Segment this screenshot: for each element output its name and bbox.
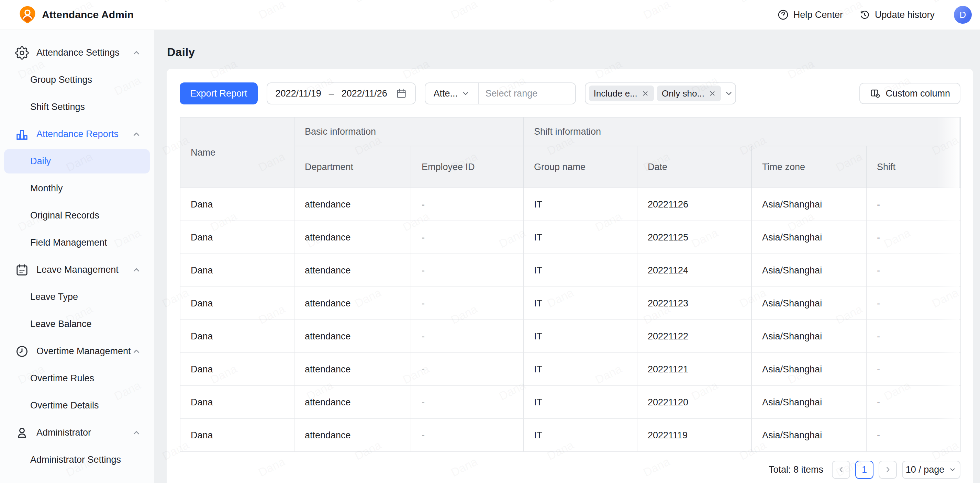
table-cell: - — [866, 419, 961, 452]
sidebar-item-attendance-settings[interactable]: Attendance Settings — [0, 39, 154, 66]
range-select-placeholder: Select range — [485, 88, 538, 99]
table-cell: - — [866, 221, 961, 254]
filter-tag-label: Only sho... — [662, 88, 705, 99]
app-title: Attendance Admin — [42, 9, 134, 21]
page-number-button[interactable]: 1 — [855, 461, 873, 479]
sidebar-item-field-management[interactable]: Field Management — [0, 229, 154, 256]
attendance-table-wrap: Name Basic information Shift information… — [180, 117, 961, 452]
gear-icon — [15, 46, 29, 60]
table-cell: IT — [523, 188, 637, 221]
table-cell: IT — [523, 386, 637, 419]
table-row: Danaattendance-IT20221119Asia/Shanghai- — [180, 419, 961, 452]
chevron-up-icon — [131, 428, 142, 438]
table-cell: Dana — [180, 287, 294, 320]
column-header-department: Department — [294, 146, 411, 188]
page-title: Daily — [167, 45, 195, 59]
watermark-text: Dana — [978, 57, 980, 82]
chevron-up-icon — [131, 48, 142, 58]
previous-page-button[interactable] — [832, 461, 850, 479]
sidebar-item-original-records[interactable]: Original Records — [0, 202, 154, 229]
table-cell: - — [411, 221, 523, 254]
table-cell: Dana — [180, 353, 294, 386]
sidebar-item-label: Monthly — [30, 183, 63, 194]
column-header-name: Name — [180, 117, 294, 188]
sidebar-item-leave-type[interactable]: Leave Type — [0, 283, 154, 311]
export-report-button[interactable]: Export Report — [180, 83, 258, 105]
column-header-shift: Shift — [866, 146, 961, 188]
custom-column-button[interactable]: Custom column — [859, 83, 961, 104]
sidebar-item-label: Leave Type — [30, 292, 78, 302]
update-history-button[interactable]: Update history — [859, 9, 935, 21]
table-cell: 20221121 — [637, 353, 751, 386]
app-brand: Attendance Admin — [0, 6, 134, 24]
calendar-icon — [15, 263, 29, 277]
table-cell: attendance — [294, 254, 411, 287]
sidebar: Attendance SettingsGroup SettingsShift S… — [0, 30, 154, 483]
sidebar-item-label: Overtime Management — [37, 346, 131, 357]
table-cell: - — [866, 254, 961, 287]
sidebar-item-label: Shift Settings — [30, 102, 85, 112]
range-select-input[interactable]: Select range — [479, 83, 575, 104]
sidebar-item-leave-balance[interactable]: Leave Balance — [0, 311, 154, 338]
chevron-up-icon — [131, 346, 142, 357]
chevron-right-icon — [883, 465, 892, 474]
sidebar-item-shift-settings[interactable]: Shift Settings — [0, 94, 154, 121]
group-header-shift-information: Shift information — [523, 117, 961, 146]
field-filter-group: Atte... Select range — [425, 83, 576, 105]
sidebar-item-leave-management[interactable]: Leave Management — [0, 256, 154, 283]
sidebar-item-overtime-details[interactable]: Overtime Details — [0, 392, 154, 419]
table-cell: 20221123 — [637, 287, 751, 320]
table-cell: Dana — [180, 221, 294, 254]
sidebar-item-label: Attendance Settings — [37, 48, 119, 58]
table-cell: 20221126 — [637, 188, 751, 221]
sidebar-item-attendance-reports[interactable]: Attendance Reports — [0, 121, 154, 148]
display-options-multiselect[interactable]: Include e... Only sho... — [585, 83, 736, 105]
chevron-up-icon — [131, 265, 142, 275]
sidebar-item-administrator-settings[interactable]: Administrator Settings — [0, 446, 154, 473]
chevron-down-icon — [948, 466, 957, 474]
sidebar-item-monthly[interactable]: Monthly — [0, 175, 154, 202]
table-cell: Asia/Shanghai — [751, 320, 866, 353]
table-row: Danaattendance-IT20221124Asia/Shanghai- — [180, 254, 961, 287]
table-cell: IT — [523, 419, 637, 452]
table-cell: 20221119 — [637, 419, 751, 452]
history-icon — [859, 9, 870, 21]
sidebar-item-group-settings[interactable]: Group Settings — [0, 66, 154, 94]
help-center-button[interactable]: Help Center — [777, 9, 843, 21]
table-cell: Asia/Shanghai — [751, 254, 866, 287]
sidebar-item-label: Overtime Rules — [30, 373, 94, 384]
page-size-select[interactable]: 10 / page — [902, 461, 961, 479]
date-range-picker[interactable]: 2022/11/19 – 2022/11/26 — [267, 83, 416, 105]
table-cell: attendance — [294, 188, 411, 221]
sidebar-item-label: Group Settings — [30, 75, 92, 85]
table-cell: - — [411, 353, 523, 386]
sidebar-item-label: Leave Balance — [30, 319, 92, 329]
table-row: Danaattendance-IT20221120Asia/Shanghai- — [180, 386, 961, 419]
sidebar-item-daily[interactable]: Daily — [4, 149, 150, 173]
next-page-button[interactable] — [879, 461, 897, 479]
remove-tag-icon[interactable] — [641, 90, 649, 97]
table-cell: attendance — [294, 320, 411, 353]
watermark-text: Dana — [978, 362, 980, 387]
table-cell: IT — [523, 254, 637, 287]
user-avatar[interactable]: D — [954, 6, 972, 24]
table-cell: Asia/Shanghai — [751, 188, 866, 221]
sidebar-item-overtime-rules[interactable]: Overtime Rules — [0, 365, 154, 392]
table-cell: Dana — [180, 419, 294, 452]
total-items-label: Total: 8 items — [769, 464, 823, 475]
chevron-up-icon — [131, 129, 142, 140]
remove-tag-icon[interactable] — [708, 90, 716, 97]
table-cell: - — [411, 320, 523, 353]
field-selector-dropdown[interactable]: Atte... — [425, 83, 478, 104]
column-header-time-zone: Time zone — [751, 146, 866, 188]
table-cell: - — [866, 353, 961, 386]
update-history-label: Update history — [875, 10, 935, 20]
table-cell: Dana — [180, 386, 294, 419]
sidebar-item-administrator[interactable]: Administrator — [0, 419, 154, 446]
table-row: Danaattendance-IT20221125Asia/Shanghai- — [180, 221, 961, 254]
table-body: Danaattendance-IT20221126Asia/Shanghai-D… — [180, 188, 961, 452]
sidebar-item-overtime-management[interactable]: Overtime Management — [0, 338, 154, 365]
bar-chart-icon — [15, 127, 29, 141]
topbar: Attendance Admin Help Center Update hist… — [0, 0, 980, 30]
watermark-text: Dana — [978, 210, 980, 234]
